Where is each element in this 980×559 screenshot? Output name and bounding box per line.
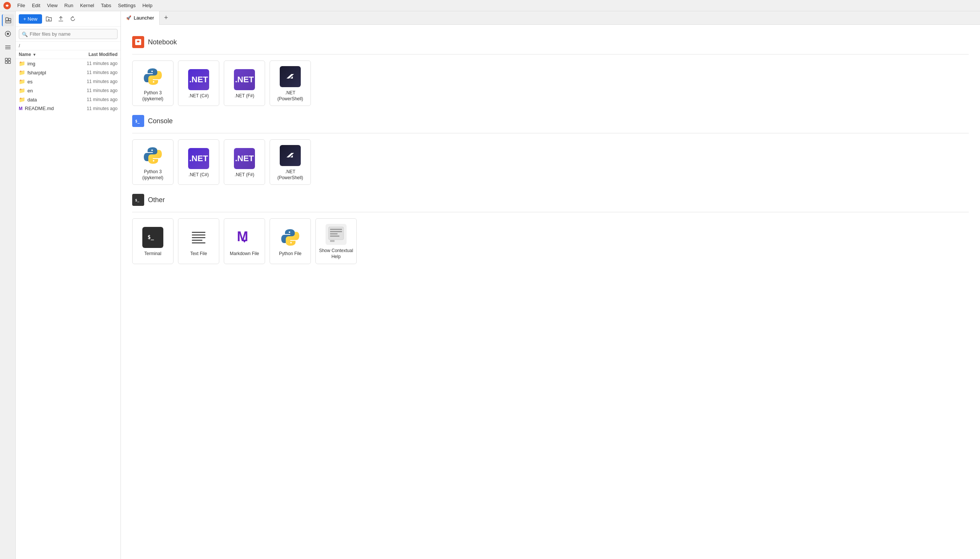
file-modified: 11 minutes ago [69,61,117,66]
list-item[interactable]: 📁 es 11 minutes ago [16,77,120,86]
file-name: data [27,97,69,103]
textfile-label: Text File [190,251,207,257]
folder-icon: 📁 [19,61,25,66]
svg-rect-34 [330,236,340,237]
search-box: 🔍 [16,26,120,42]
folder-icon: 📁 [19,96,25,103]
console-section-header: $_ Console [132,115,969,127]
card-python3-notebook[interactable]: Python 3 (ipykernel) [132,61,173,106]
svg-rect-32 [330,231,342,232]
card-dotnet-csharp-notebook[interactable]: .NET .NET (C#) [178,61,219,106]
launcher-content: Notebook [121,25,980,559]
svg-text:$_: $_ [148,234,154,240]
card-contextual-help[interactable]: Show Contextual Help [315,218,357,264]
file-browser-panel: + New [16,11,121,559]
file-name: img [27,61,69,66]
tab-launcher-icon: 🚀 [126,15,131,20]
menu-help[interactable]: Help [139,2,155,9]
list-item[interactable]: M README.md 11 minutes ago [16,104,120,113]
file-modified: 11 minutes ago [69,70,117,75]
search-input[interactable] [19,29,117,39]
console-section-icon: $_ [132,115,144,127]
textfile-icon [188,227,209,248]
new-button[interactable]: + New [19,14,42,24]
sort-arrow-icon: ▼ [33,53,36,57]
folder-icon: 📁 [19,88,25,94]
upload-button[interactable] [56,13,66,24]
markdownfile-label: Markdown File [230,251,259,257]
svg-rect-9 [5,58,8,61]
card-dotnet-ps-notebook[interactable]: .NET (PowerShell) [270,61,311,106]
dotnet-csharp-icon: .NET [188,69,209,90]
refresh-button[interactable] [68,13,78,24]
dotnet-ps-notebook-label: .NET (PowerShell) [273,90,307,102]
card-pythonfile[interactable]: Python File [270,218,311,264]
card-dotnet-fsharp-notebook[interactable]: .NET .NET (F#) [224,61,265,106]
sidebar-icon-commands[interactable] [2,41,14,53]
card-terminal[interactable]: $_ Terminal [132,218,173,264]
plus-icon: + [23,16,26,22]
markdown-icon: M [19,106,23,111]
svg-text:$_: $_ [135,198,139,202]
console-divider [132,133,969,133]
svg-rect-35 [330,240,335,242]
file-list: 📁 img 11 minutes ago 📁 fsharptpl 11 minu… [16,59,120,559]
menu-run[interactable]: Run [61,2,76,9]
tab-add-button[interactable]: + [160,12,172,24]
file-toolbar: + New [16,11,120,26]
folder-icon: 📁 [19,69,25,76]
svg-rect-3 [9,18,11,21]
svg-point-5 [7,33,9,35]
column-name-header[interactable]: Name ▼ [19,52,69,57]
list-item[interactable]: 📁 en 11 minutes ago [16,86,120,95]
file-name: es [27,79,69,84]
sidebar-icon-running[interactable] [2,28,14,40]
card-dotnet-ps-console[interactable]: .NET (PowerShell) [270,139,311,185]
sidebar-icon-files[interactable] [2,14,14,26]
menu-tabs[interactable]: Tabs [98,2,114,9]
sidebar-icon-extensions[interactable] [2,55,14,67]
python3-console-label: Python 3 (ipykernel) [135,169,170,181]
other-cards: $_ Terminal [132,218,969,264]
dotnet-fsharp-icon: .NET [234,69,255,90]
svg-rect-31 [330,229,342,230]
svg-rect-33 [330,233,338,235]
file-modified: 11 minutes ago [69,97,117,102]
terminal-icon: $_ [142,227,163,248]
card-markdownfile[interactable]: M Markdown File [224,218,265,264]
dotnet-csharp-console-icon: .NET [188,148,209,169]
new-folder-button[interactable] [44,13,54,24]
other-section-header: $_ Other [132,194,969,206]
console-section-title: Console [148,117,173,125]
dotnet-fsharp-console-icon: .NET [234,148,255,169]
card-textfile[interactable]: Text File [178,218,219,264]
svg-rect-1 [6,18,8,21]
python-console-icon [142,145,163,166]
tab-launcher[interactable]: 🚀 Launcher [121,11,160,25]
tab-bar: 🚀 Launcher + [121,11,980,25]
list-item[interactable]: 📁 fsharptpl 11 minutes ago [16,68,120,77]
card-dotnet-csharp-console[interactable]: .NET .NET (C#) [178,139,219,185]
menu-kernel[interactable]: Kernel [77,2,97,9]
sidebar-icon-strip [0,11,16,559]
notebook-divider [132,54,969,55]
svg-text:M: M [237,229,248,244]
list-item[interactable]: 📁 data 11 minutes ago [16,95,120,104]
search-icon: 🔍 [22,31,28,37]
menu-view[interactable]: View [44,2,61,9]
file-name: fsharptpl [27,70,69,76]
contextual-help-icon [325,224,346,245]
other-section-title: Other [148,196,165,204]
python-icon [142,66,163,87]
menu-settings[interactable]: Settings [115,2,139,9]
notebook-section-icon [132,36,144,48]
card-dotnet-fsharp-console[interactable]: .NET .NET (F#) [224,139,265,185]
card-python3-console[interactable]: Python 3 (ipykernel) [132,139,173,185]
dotnet-ps-icon [280,66,301,87]
svg-rect-11 [5,61,8,63]
main-area: + New [0,11,980,559]
menu-edit[interactable]: Edit [29,2,43,9]
file-name: en [27,88,69,94]
menu-file[interactable]: File [14,2,28,9]
list-item[interactable]: 📁 img 11 minutes ago [16,59,120,68]
